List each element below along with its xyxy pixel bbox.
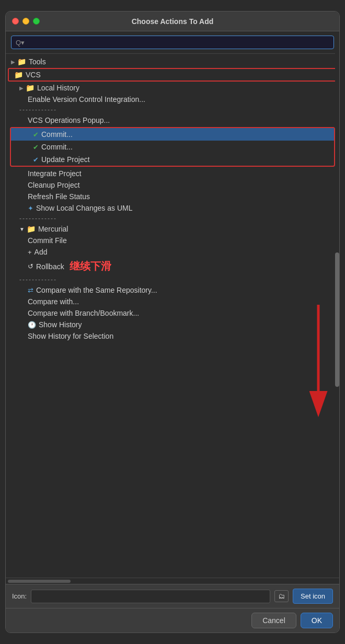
commit-group: ✔ Commit... ✔ Commit... ✔ Update Project <box>10 127 335 167</box>
tree-item-mercurial[interactable]: ▼ 📁 Mercurial <box>6 223 339 235</box>
tree-item-vcs-operations[interactable]: VCS Operations Popup... <box>6 114 339 126</box>
traffic-lights <box>12 18 40 25</box>
expand-arrow-local-history: ▶ <box>19 85 24 91</box>
tree-item-vcs-operations-label: VCS Operations Popup... <box>28 116 110 124</box>
set-icon-button[interactable]: Set icon <box>293 589 333 604</box>
chinese-annotation: 继续下滑 <box>70 259 111 273</box>
tree-item-commit1-label: Commit... <box>41 130 73 139</box>
folder-icon-local-history: 📁 <box>26 84 34 92</box>
tree-item-rollback[interactable]: ↺ Rollback 继续下滑 <box>6 258 339 275</box>
tree-item-add[interactable]: + Add <box>6 246 339 258</box>
cancel-button[interactable]: Cancel <box>251 613 296 628</box>
tree-item-show-history-selection-label: Show History for Selection <box>28 332 113 340</box>
tree-item-local-history-label: Local History <box>37 84 79 92</box>
tree-item-mercurial-label: Mercurial <box>38 225 68 233</box>
folder-icon-tools: 📁 <box>17 58 26 66</box>
check-icon-commit2: ✔ <box>33 143 39 151</box>
tree-item-compare-same-repo[interactable]: ⇄ Compare with the Same Repository... <box>6 284 339 296</box>
tree-item-enable-vcs-label: Enable Version Control Integration... <box>28 95 145 104</box>
tree-item-show-history[interactable]: 🕐 Show History <box>6 319 339 330</box>
tree-item-compare-with[interactable]: Compare with... <box>6 296 339 307</box>
bottom-bar: Icon: 🗂 Set icon <box>6 584 339 608</box>
main-window: Choose Actions To Add Q▾ ▶ 📁 Tools 📁 VCS… <box>5 11 340 633</box>
tree-item-compare-with-label: Compare with... <box>28 297 79 306</box>
history-icon: 🕐 <box>28 321 36 329</box>
folder-browse-button[interactable]: 🗂 <box>274 590 289 602</box>
search-input-wrapper[interactable]: Q▾ <box>11 36 334 49</box>
tree-item-tools[interactable]: ▶ 📁 Tools <box>6 56 339 67</box>
tree-item-integrate-project[interactable]: Integrate Project <box>6 168 339 179</box>
maximize-button[interactable] <box>33 18 40 25</box>
rollback-row: ↺ Rollback 继续下滑 <box>6 258 339 275</box>
scrollbar-thumb[interactable] <box>335 252 339 387</box>
tree-item-refresh-file-status[interactable]: Refresh File Status <box>6 191 339 202</box>
expand-arrow-tools: ▶ <box>11 59 15 65</box>
search-bar: Q▾ <box>6 31 339 54</box>
tree-item-integrate-project-label: Integrate Project <box>28 169 82 178</box>
tree-item-vcs-label: VCS <box>26 71 41 79</box>
tree-item-compare-branch[interactable]: Compare with Branch/Bookmark... <box>6 307 339 319</box>
h-scrollbar-thumb[interactable] <box>8 580 71 583</box>
ok-button[interactable]: OK <box>301 613 333 628</box>
scrollbar-track[interactable] <box>335 38 339 575</box>
horizontal-scrollbar[interactable] <box>6 578 339 584</box>
tree-item-rollback-label: Rollback <box>36 262 64 271</box>
window-title: Choose Actions To Add <box>132 17 214 26</box>
tree-item-commit2-label: Commit... <box>41 143 73 151</box>
tree-item-update-project-label: Update Project <box>41 155 90 164</box>
tree-item-enable-vcs[interactable]: Enable Version Control Integration... <box>6 94 339 105</box>
tree-item-vcs[interactable]: 📁 VCS <box>8 68 337 82</box>
tree-item-show-local-changes-label: Show Local Changes as UML <box>36 204 132 212</box>
tree-item-compare-branch-label: Compare with Branch/Bookmark... <box>28 309 139 317</box>
tree-item-commit-file[interactable]: Commit File <box>6 235 339 246</box>
minimize-button[interactable] <box>22 18 29 25</box>
tree-item-cleanup-project[interactable]: Cleanup Project <box>6 179 339 191</box>
check-icon-commit1: ✔ <box>33 131 39 139</box>
tree-item-refresh-file-status-label: Refresh File Status <box>28 192 90 201</box>
action-row: Cancel OK <box>6 608 339 632</box>
icon-row: Icon: 🗂 Set icon <box>12 589 333 604</box>
title-bar: Choose Actions To Add <box>6 12 339 31</box>
tree-item-update-project[interactable]: ✔ Update Project <box>11 153 334 166</box>
tree-item-commit-file-label: Commit File <box>28 236 67 245</box>
close-button[interactable] <box>12 18 19 25</box>
add-icon: + <box>28 248 32 256</box>
tree-item-add-label: Add <box>34 248 48 256</box>
separator-2: ------------ <box>6 214 339 223</box>
tree-item-commit2[interactable]: ✔ Commit... <box>11 141 334 153</box>
compare-icon: ⇄ <box>28 286 33 294</box>
search-icon: Q▾ <box>16 39 25 47</box>
tree-area[interactable]: ▶ 📁 Tools 📁 VCS ▶ 📁 Local History Enable… <box>6 54 339 578</box>
folder-icon-vcs: 📁 <box>14 71 23 79</box>
uml-icon: ✦ <box>28 204 33 212</box>
separator-3: ------------ <box>6 275 339 284</box>
search-input[interactable] <box>28 38 329 47</box>
tree-item-show-history-selection[interactable]: Show History for Selection <box>6 330 339 342</box>
tree-item-compare-same-repo-label: Compare with the Same Repository... <box>36 286 157 294</box>
tree-item-show-local-changes[interactable]: ✦ Show Local Changes as UML <box>6 202 339 214</box>
icon-input[interactable] <box>31 590 270 603</box>
tree-item-commit1[interactable]: ✔ Commit... <box>11 128 334 141</box>
expand-arrow-mercurial: ▼ <box>19 226 25 232</box>
tree-item-cleanup-project-label: Cleanup Project <box>28 181 80 189</box>
separator-1: ------------ <box>6 105 339 114</box>
tree-item-show-history-label: Show History <box>39 320 82 329</box>
icon-label: Icon: <box>12 592 27 600</box>
folder-icon-mercurial: 📁 <box>27 225 36 233</box>
tree-item-local-history[interactable]: ▶ 📁 Local History <box>6 82 339 94</box>
tree-item-tools-label: Tools <box>29 58 46 66</box>
rollback-icon: ↺ <box>28 262 33 270</box>
check-icon-update-project: ✔ <box>33 156 39 164</box>
